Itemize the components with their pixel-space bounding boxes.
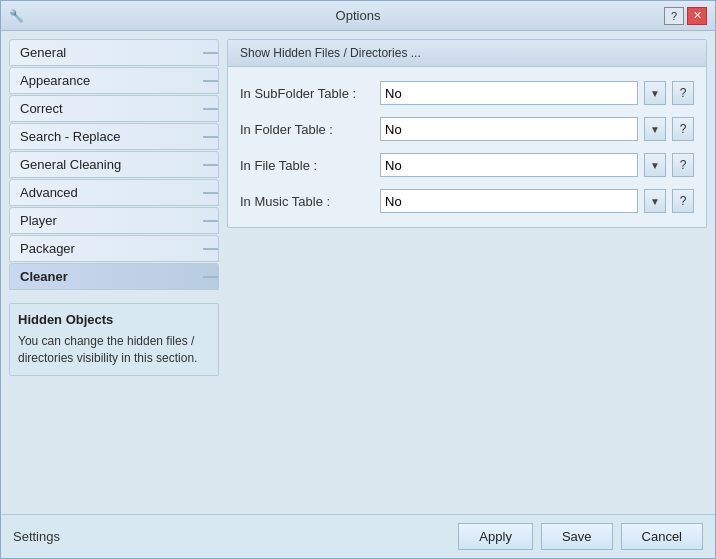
dropdown-arrow-subfolder[interactable]: ▼ (644, 81, 666, 105)
sidebar-section-text: You can change the hidden files / direct… (18, 333, 210, 367)
main-content: General Appearance Correct Search - Repl… (1, 31, 715, 514)
select-subfolder[interactable]: No Yes (380, 81, 638, 105)
title-buttons: ? ✕ (664, 7, 707, 25)
settings-label: Settings (13, 529, 60, 544)
label-music: In Music Table : (240, 194, 370, 209)
footer-buttons: Apply Save Cancel (458, 523, 703, 550)
row-subfolder: In SubFolder Table : No Yes ▼ ? (240, 81, 694, 105)
row-file: In File Table : No Yes ▼ ? (240, 153, 694, 177)
sidebar-item-search-replace[interactable]: Search - Replace (9, 123, 219, 150)
row-music: In Music Table : No Yes ▼ ? (240, 189, 694, 213)
sidebar-section-hidden-objects: Hidden Objects You can change the hidden… (9, 303, 219, 376)
save-button[interactable]: Save (541, 523, 613, 550)
label-subfolder: In SubFolder Table : (240, 86, 370, 101)
sidebar-item-correct[interactable]: Correct (9, 95, 219, 122)
select-folder[interactable]: No Yes (380, 117, 638, 141)
apply-button[interactable]: Apply (458, 523, 533, 550)
dropdown-arrow-music[interactable]: ▼ (644, 189, 666, 213)
select-wrapper-subfolder: No Yes ▼ ? (380, 81, 694, 105)
dropdown-arrow-file[interactable]: ▼ (644, 153, 666, 177)
sidebar-item-packager[interactable]: Packager (9, 235, 219, 262)
help-button[interactable]: ? (664, 7, 684, 25)
sidebar-item-general-cleaning[interactable]: General Cleaning (9, 151, 219, 178)
tab-panel: Show Hidden Files / Directories ... In S… (227, 39, 707, 228)
select-wrapper-music: No Yes ▼ ? (380, 189, 694, 213)
help-music[interactable]: ? (672, 189, 694, 213)
window-title: Options (336, 8, 381, 23)
sidebar-item-general[interactable]: General (9, 39, 219, 66)
options-window: 🔧 Options ? ✕ General Appearance Correct… (0, 0, 716, 559)
select-wrapper-file: No Yes ▼ ? (380, 153, 694, 177)
sidebar-item-appearance[interactable]: Appearance (9, 67, 219, 94)
content-area: Show Hidden Files / Directories ... In S… (227, 39, 707, 506)
select-music[interactable]: No Yes (380, 189, 638, 213)
sidebar-item-advanced[interactable]: Advanced (9, 179, 219, 206)
title-bar: 🔧 Options ? ✕ (1, 1, 715, 31)
help-folder[interactable]: ? (672, 117, 694, 141)
wrench-icon: 🔧 (9, 9, 24, 23)
sidebar-item-player[interactable]: Player (9, 207, 219, 234)
label-file: In File Table : (240, 158, 370, 173)
sidebar: General Appearance Correct Search - Repl… (9, 39, 219, 506)
cancel-button[interactable]: Cancel (621, 523, 703, 550)
help-subfolder[interactable]: ? (672, 81, 694, 105)
form-grid: In SubFolder Table : No Yes ▼ ? In Fol (228, 67, 706, 227)
label-folder: In Folder Table : (240, 122, 370, 137)
help-file[interactable]: ? (672, 153, 694, 177)
tab-header[interactable]: Show Hidden Files / Directories ... (228, 40, 706, 67)
close-button[interactable]: ✕ (687, 7, 707, 25)
select-wrapper-folder: No Yes ▼ ? (380, 117, 694, 141)
title-bar-left: 🔧 (9, 9, 24, 23)
row-folder: In Folder Table : No Yes ▼ ? (240, 117, 694, 141)
sidebar-section-title: Hidden Objects (18, 312, 210, 327)
sidebar-item-cleaner[interactable]: Cleaner (9, 263, 219, 290)
footer: Settings Apply Save Cancel (1, 514, 715, 558)
select-file[interactable]: No Yes (380, 153, 638, 177)
dropdown-arrow-folder[interactable]: ▼ (644, 117, 666, 141)
